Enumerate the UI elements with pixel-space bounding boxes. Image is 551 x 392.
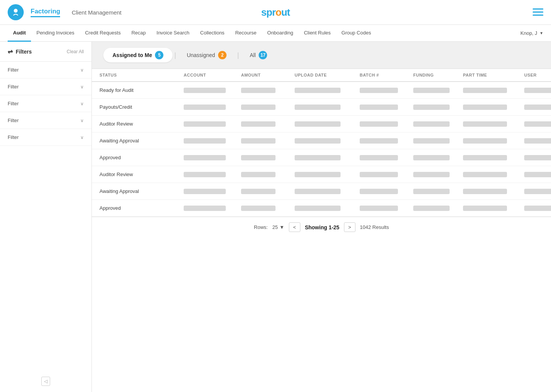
tab-bar: Assigned to Me 5 | Unassigned 2 | All 17 (92, 42, 551, 69)
nav-recap[interactable]: Recap (126, 25, 151, 42)
svg-rect-2 (533, 11, 543, 13)
collapse-sidebar-button[interactable]: ◁ (41, 377, 50, 386)
table-row[interactable]: Payouts/Credit (92, 99, 551, 116)
batch-placeholder (360, 155, 398, 160)
amount-placeholder (241, 189, 276, 194)
app-logo-icon[interactable] (8, 4, 24, 20)
main-layout: ⇌ Filters Clear All Filter ∨ Filter ∨ Fi… (0, 42, 551, 392)
rows-label: Rows: (254, 224, 268, 230)
table-row[interactable]: Approved (92, 149, 551, 166)
funding-placeholder (413, 206, 450, 211)
account-placeholder (184, 105, 226, 110)
nav-client-management[interactable]: Client Management (72, 9, 121, 16)
rows-value: 25 (272, 224, 278, 230)
upload-date-placeholder (295, 105, 341, 110)
pagination-bar: Rows: 25 ▼ < Showing 1-25 > 1042 Results (92, 217, 551, 237)
filter-item-2[interactable]: Filter ∨ (0, 78, 91, 95)
filter-item-1[interactable]: Filter ∨ (0, 62, 91, 78)
nav-recourse[interactable]: Recourse (230, 25, 262, 42)
part-time-placeholder (463, 206, 507, 211)
col-part-time: PART TIME (463, 73, 524, 77)
table-header: STATUS ACCOUNT AMOUNT UPLOAD DATE BATCH … (92, 69, 551, 82)
funding-placeholder (413, 88, 450, 93)
user-selector[interactable]: Knop, J ▼ (520, 30, 543, 36)
amount-placeholder (241, 121, 276, 127)
filter-label-3: Filter (8, 101, 19, 106)
upload-date-placeholder (295, 121, 341, 127)
top-bar: Factoring Client Management sprout (0, 0, 551, 25)
sidebar: ⇌ Filters Clear All Filter ∨ Filter ∨ Fi… (0, 42, 92, 392)
filters-title: ⇌ Filters (8, 48, 32, 55)
rows-per-page-selector[interactable]: 25 ▼ (272, 224, 284, 230)
upload-date-placeholder (295, 172, 341, 177)
filter-item-3[interactable]: Filter ∨ (0, 95, 91, 112)
tab-all-badge: 17 (259, 51, 267, 59)
part-time-placeholder (463, 88, 507, 93)
nav-collections[interactable]: Collections (195, 25, 230, 42)
user-placeholder (524, 155, 551, 160)
table-row[interactable]: Ready for Audit (92, 82, 551, 99)
col-batch: BATCH # (360, 73, 413, 77)
svg-point-0 (14, 9, 18, 13)
user-placeholder (524, 121, 551, 127)
sprout-logo-text: sprout (261, 7, 290, 18)
funding-placeholder (413, 172, 450, 177)
nav-client-rules[interactable]: Client Rules (298, 25, 336, 42)
status-text: Auditor Review (99, 172, 184, 177)
tab-assigned-badge: 5 (155, 51, 163, 59)
nav-audit[interactable]: Audit (8, 25, 31, 42)
tab-all[interactable]: All 17 (241, 48, 277, 62)
nav-invoice-search[interactable]: Invoice Search (151, 25, 195, 42)
col-funding: FUNDING (413, 73, 463, 77)
sprout-logo-accent: o (276, 7, 281, 18)
status-text: Awaiting Approval (99, 138, 184, 144)
tab-assigned-to-me[interactable]: Assigned to Me 5 (103, 48, 173, 62)
col-user: USER (524, 73, 543, 77)
tab-assigned-label: Assigned to Me (112, 52, 152, 58)
col-amount: AMOUNT (241, 73, 295, 77)
batch-placeholder (360, 138, 398, 144)
tab-divider-2: | (237, 51, 239, 59)
batch-placeholder (360, 189, 398, 194)
table-row[interactable]: Awaiting Approval (92, 183, 551, 200)
table-row[interactable]: Auditor Review (92, 166, 551, 183)
next-page-button[interactable]: > (344, 222, 355, 232)
upload-date-placeholder (295, 88, 341, 93)
sprout-logo: sprout (261, 7, 290, 18)
tab-divider-1: | (174, 51, 176, 59)
nav-onboarding[interactable]: Onboarding (262, 25, 298, 42)
sidebar-bottom: ◁ (0, 371, 91, 392)
funding-placeholder (413, 105, 450, 110)
amount-placeholder (241, 138, 276, 144)
results-count: 1042 Results (360, 224, 389, 230)
part-time-placeholder (463, 105, 507, 110)
nav-group-codes[interactable]: Group Codes (336, 25, 376, 42)
batch-placeholder (360, 172, 398, 177)
table-row[interactable]: Awaiting Approval (92, 132, 551, 149)
filter-item-5[interactable]: Filter ∨ (0, 129, 91, 146)
nav-pending-invoices[interactable]: Pending Invoices (31, 25, 80, 42)
filters-label: Filters (16, 49, 32, 55)
account-placeholder (184, 121, 226, 127)
hamburger-menu[interactable] (533, 7, 543, 18)
batch-placeholder (360, 121, 398, 127)
filters-icon: ⇌ (8, 48, 13, 55)
user-placeholder (524, 138, 551, 144)
table-row[interactable]: Auditor Review (92, 116, 551, 132)
table-area: STATUS ACCOUNT AMOUNT UPLOAD DATE BATCH … (92, 69, 551, 392)
prev-page-button[interactable]: < (289, 222, 300, 232)
tab-unassigned[interactable]: Unassigned 2 (178, 48, 236, 62)
account-placeholder (184, 206, 226, 211)
filter-chevron-3: ∨ (80, 101, 84, 106)
user-placeholder (524, 189, 551, 194)
table-row[interactable]: Approved (92, 200, 551, 217)
col-account: ACCOUNT (184, 73, 241, 77)
filter-chevron-5: ∨ (80, 135, 84, 140)
nav-factoring[interactable]: Factoring (31, 8, 60, 17)
nav-credit-requests[interactable]: Credit Requests (80, 25, 126, 42)
second-nav: Audit Pending Invoices Credit Requests R… (0, 25, 551, 42)
upload-date-placeholder (295, 206, 341, 211)
filter-item-4[interactable]: Filter ∨ (0, 112, 91, 129)
status-text: Awaiting Approval (99, 188, 184, 194)
clear-all-button[interactable]: Clear All (67, 49, 84, 54)
